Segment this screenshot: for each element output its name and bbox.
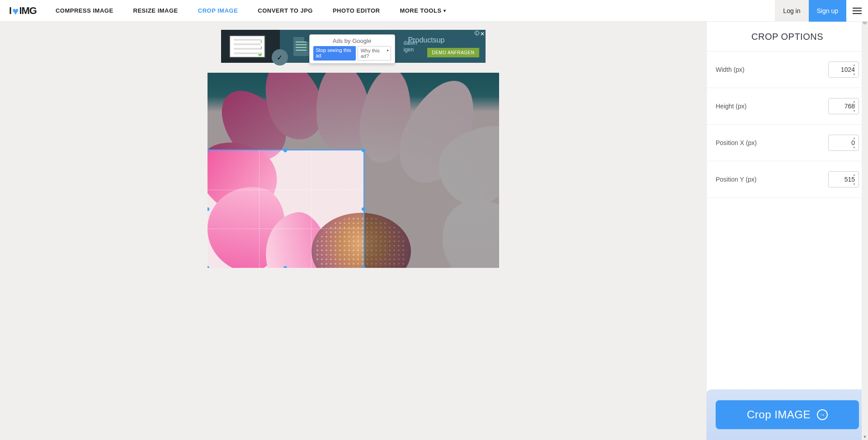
main-nav: COMPRESS IMAGE RESIZE IMAGE CROP IMAGE C… bbox=[46, 0, 775, 22]
scrollbar[interactable]: ▲ ▼ bbox=[862, 0, 868, 440]
crop-handle-bottom-left[interactable] bbox=[208, 266, 209, 268]
posx-step-up[interactable]: ▲ bbox=[853, 136, 857, 140]
nav-crop[interactable]: CROP IMAGE bbox=[188, 0, 248, 22]
nav-editor[interactable]: PHOTO EDITOR bbox=[323, 0, 390, 22]
height-label: Height (px) bbox=[716, 103, 746, 110]
crop-handle-top-right[interactable] bbox=[362, 149, 365, 152]
action-footer: Crop IMAGE → bbox=[707, 389, 868, 440]
header-right: Log in Sign up bbox=[775, 0, 868, 22]
width-step-down[interactable]: ▼ bbox=[853, 73, 857, 76]
image-editor bbox=[208, 73, 499, 268]
login-button[interactable]: Log in bbox=[775, 0, 808, 22]
heart-icon: ♥ bbox=[12, 5, 18, 18]
nav-compress[interactable]: COMPRESS IMAGE bbox=[46, 0, 123, 22]
nav-more-label: MORE TOOLS bbox=[400, 7, 441, 14]
crop-handle-top-mid[interactable] bbox=[283, 149, 287, 152]
crop-image-button[interactable]: Crop IMAGE → bbox=[716, 400, 859, 429]
posy-step-up[interactable]: ▲ bbox=[853, 173, 857, 176]
logo[interactable]: I ♥ IMG bbox=[0, 5, 46, 17]
check-icon: ✓ bbox=[272, 49, 288, 66]
ad-info-icon[interactable]: i bbox=[475, 31, 479, 35]
field-posy: Position Y (px) ▲▼ bbox=[707, 161, 868, 198]
ad-image: ✓ bbox=[221, 30, 280, 63]
crop-options-panel: CROP OPTIONS Width (px) ▲▼ Height (px) ▲… bbox=[706, 22, 868, 440]
posy-label: Position Y (px) bbox=[716, 176, 757, 183]
logo-text-right: IMG bbox=[19, 5, 37, 17]
header: I ♥ IMG COMPRESS IMAGE RESIZE IMAGE CROP… bbox=[0, 0, 868, 22]
posx-label: Position X (px) bbox=[716, 139, 757, 146]
image-canvas[interactable] bbox=[208, 73, 499, 268]
crop-handle-mid-right[interactable] bbox=[362, 207, 365, 211]
crop-selection[interactable] bbox=[208, 150, 363, 268]
signup-button[interactable]: Sign up bbox=[809, 0, 846, 22]
hamburger-icon bbox=[853, 8, 862, 14]
width-label: Width (px) bbox=[716, 66, 745, 73]
logo-text-left: I bbox=[9, 5, 11, 17]
scroll-down-icon[interactable]: ▼ bbox=[862, 434, 868, 440]
crop-button-label: Crop IMAGE bbox=[747, 408, 811, 421]
crop-handle-bottom-mid[interactable] bbox=[283, 266, 287, 268]
posx-step-down[interactable]: ▼ bbox=[853, 146, 857, 149]
field-width: Width (px) ▲▼ bbox=[707, 51, 868, 88]
nav-resize[interactable]: RESIZE IMAGE bbox=[123, 0, 188, 22]
menu-button[interactable] bbox=[846, 0, 868, 22]
height-step-down[interactable]: ▼ bbox=[853, 109, 857, 112]
nav-more[interactable]: MORE TOOLS ▾ bbox=[390, 0, 456, 22]
width-step-up[interactable]: ▲ bbox=[853, 63, 857, 66]
field-posx: Position X (px) ▲▼ bbox=[707, 125, 868, 161]
ad-controls-popup: Ads by Google Stop seeing this ad Why th… bbox=[309, 34, 395, 64]
document-icon bbox=[293, 37, 309, 56]
ad-brand: Productsup bbox=[408, 36, 445, 44]
arrow-right-circle-icon: → bbox=[817, 409, 828, 420]
ads-by-label: Ads by Google bbox=[313, 37, 391, 44]
posy-step-down[interactable]: ▼ bbox=[853, 183, 857, 186]
field-height: Height (px) ▲▼ bbox=[707, 88, 868, 125]
height-step-up[interactable]: ▲ bbox=[853, 100, 857, 103]
crop-handle-bottom-right[interactable] bbox=[362, 266, 365, 268]
main: ✓ Ads by Google Stop seeing this ad Why … bbox=[0, 22, 868, 440]
ad-banner[interactable]: ✓ Ads by Google Stop seeing this ad Why … bbox=[221, 30, 486, 63]
why-ad-button[interactable]: Why this ad? bbox=[358, 46, 391, 61]
caret-down-icon: ▾ bbox=[443, 8, 446, 13]
panel-title: CROP OPTIONS bbox=[707, 22, 868, 51]
ad-cta-button[interactable]: DEMO ANFRAGEN bbox=[427, 48, 479, 57]
stop-ad-button[interactable]: Stop seeing this ad bbox=[313, 46, 356, 61]
canvas-area: ✓ Ads by Google Stop seeing this ad Why … bbox=[0, 22, 706, 440]
ad-close-icon[interactable]: ✕ bbox=[480, 31, 485, 37]
nav-convert[interactable]: CONVERT TO JPG bbox=[248, 0, 323, 22]
